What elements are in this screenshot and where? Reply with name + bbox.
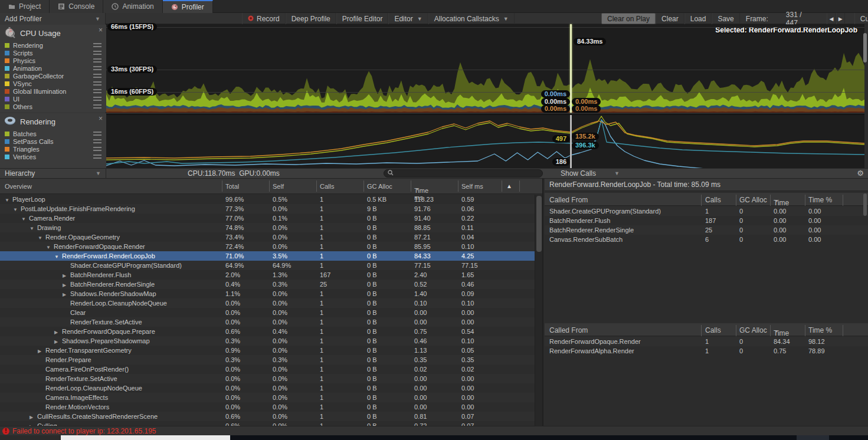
col-gc-alloc[interactable]: GC Alloc — [367, 183, 392, 190]
table-row[interactable]: ▶BatchRenderer.Flush2.0%1.3%1670 B2.401.… — [0, 270, 535, 280]
deep-profile-button[interactable]: Deep Profile — [286, 13, 336, 24]
col-total[interactable]: Total — [225, 183, 239, 190]
table-row[interactable]: Shader.CreateGPUProgram(Standard)64.9%64… — [0, 261, 535, 270]
table-row[interactable]: ▼Camera.Render77.0%0.1%10 B91.400.22 — [0, 214, 535, 223]
legend-item[interactable]: Triangles — [0, 145, 106, 153]
search-field[interactable] — [384, 169, 543, 178]
legend-item[interactable]: Scripts — [0, 49, 106, 57]
legend-item[interactable]: Batches — [0, 130, 106, 137]
table-row[interactable]: ▼PostLateUpdate.FinishFrameRendering77.3… — [0, 204, 535, 214]
table-row[interactable]: ▼Render.OpaqueGeometry73.4%0.0%10 B87.21… — [0, 232, 535, 242]
next-frame-button[interactable]: ▶ — [836, 13, 845, 24]
status-bar[interactable]: ! Failed to connect to player ip: 123.20… — [0, 426, 868, 435]
selected-frame-line[interactable] — [570, 24, 572, 113]
profile-editor-button[interactable]: Profile Editor — [336, 13, 389, 24]
table-row[interactable]: ▶Shadows.PrepareShadowmap0.3%0.0%10 B0.4… — [0, 336, 535, 346]
cpu-usage-chart[interactable]: Selected: RenderForward.RenderLoopJob — [106, 24, 864, 113]
drag-handle-icon[interactable] — [93, 43, 101, 47]
row-value: 84.33 — [414, 251, 431, 261]
table-row[interactable]: ▶CullResults.CreateSharedRendererScene0.… — [0, 412, 535, 421]
clear-button[interactable]: Clear — [656, 13, 684, 24]
table-row[interactable]: ▼PlayerLoop99.6%0.5%10.5 KB118.230.59 — [0, 195, 535, 204]
col-self-ms[interactable]: Self ms — [461, 183, 483, 190]
allocation-callstacks-dropdown[interactable]: Allocation Callstacks▼ — [428, 13, 515, 24]
col-overview[interactable]: Overview — [5, 183, 32, 190]
table-row[interactable]: ▶Shadows.RenderShadowMap1.1%0.0%10 B1.40… — [0, 289, 535, 298]
search-input[interactable] — [394, 169, 535, 178]
detail-scrollbar-thumb[interactable] — [863, 193, 867, 216]
table-row[interactable]: RenderLoop.CleanupNodeQueue0.0%0.0%10 B0… — [0, 383, 535, 393]
table-row[interactable]: Render.Prepare0.3%0.3%10 B0.350.35 — [0, 355, 535, 365]
table-row[interactable]: Render.MotionVectors0.0%0.0%10 B0.000.00 — [0, 402, 535, 412]
legend-item[interactable]: Animation — [0, 64, 106, 72]
drag-handle-icon[interactable] — [93, 97, 101, 101]
rendering-stats-chart[interactable] — [106, 114, 864, 168]
prev-frame-button[interactable]: ◀ — [827, 13, 836, 24]
col-self[interactable]: Self — [273, 183, 284, 190]
drag-handle-icon[interactable] — [93, 139, 101, 143]
legend-item[interactable]: Global Illumination — [0, 87, 106, 95]
drag-handle-icon[interactable] — [93, 74, 101, 78]
drag-handle-icon[interactable] — [93, 147, 101, 151]
drag-handle-icon[interactable] — [93, 155, 101, 159]
detail-row[interactable]: RenderForwardAlpha.Render100.7578.89 — [545, 346, 868, 356]
detail-row[interactable]: Shader.CreateGPUProgram(Standard)100.000… — [545, 206, 868, 216]
table-row[interactable]: ▼RenderForwardOpaque.Render72.4%0.0%10 B… — [0, 242, 535, 251]
clear-on-play-button[interactable]: Clear on Play — [601, 13, 656, 24]
detail-row[interactable]: BatchRenderer.RenderSingle2500.000.00 — [545, 225, 868, 235]
legend-item[interactable]: GarbageCollector — [0, 72, 106, 80]
hierarchy-mode-dropdown[interactable]: Hierarchy ▼ — [0, 168, 106, 179]
cpu-usage-module[interactable]: CPU Usage × RenderingScriptsPhysicsAnima… — [0, 25, 106, 112]
rendering-module[interactable]: Rendering × BatchesSetPass CallsTriangle… — [0, 113, 106, 168]
drag-handle-icon[interactable] — [93, 132, 101, 136]
table-row[interactable]: ▶BatchRenderer.RenderSingle0.4%0.3%250 B… — [0, 280, 535, 289]
table-row[interactable]: RenderTexture.SetActive0.0%0.0%10 B0.000… — [0, 374, 535, 383]
legend-item[interactable]: Vertices — [0, 153, 106, 160]
tab-console[interactable]: Console — [50, 0, 103, 13]
editor-dropdown[interactable]: Editor▼ — [388, 13, 428, 24]
detail-row[interactable]: BatchRenderer.Flush18700.000.00 — [545, 216, 868, 225]
table-scrollbar-thumb[interactable] — [536, 196, 542, 252]
drag-handle-icon[interactable] — [93, 66, 101, 70]
close-icon[interactable]: × — [99, 26, 103, 34]
warning-triangle-icon[interactable]: ▲ — [506, 183, 512, 189]
drag-handle-icon[interactable] — [93, 104, 101, 109]
current-frame-button[interactable]: Current — [854, 13, 868, 24]
legend-item[interactable]: UI — [0, 95, 106, 103]
table-row[interactable]: ▶Culling0.6%0.0%10 B0.720.07 — [0, 421, 535, 426]
tab-project[interactable]: Project — [0, 0, 50, 13]
tab-animation[interactable]: Animation — [103, 0, 162, 13]
table-row[interactable]: Camera.FireOnPostRender()0.0%0.0%10 B0.0… — [0, 365, 535, 374]
legend-item[interactable]: Physics — [0, 57, 106, 64]
load-button[interactable]: Load — [684, 13, 712, 24]
chart-scrollbar-thumb[interactable] — [863, 33, 867, 63]
table-row[interactable]: Camera.ImageEffects0.0%0.0%10 B0.000.00 — [0, 393, 535, 402]
table-row[interactable]: ▼Drawing74.8%0.0%10 B88.850.11 — [0, 223, 535, 232]
detail-row[interactable]: RenderForwardOpaque.Render1084.3498.12 — [545, 337, 868, 346]
legend-item[interactable]: Rendering — [0, 41, 106, 49]
drag-handle-icon[interactable] — [93, 51, 101, 55]
gear-icon[interactable]: ⚙ — [854, 168, 866, 179]
table-row[interactable]: ▼RenderForward.RenderLoopJob71.0%3.5%10 … — [0, 251, 535, 261]
legend-item[interactable]: VSync — [0, 80, 106, 87]
table-row[interactable]: ▶RenderForwardOpaque.Prepare0.6%0.4%10 B… — [0, 327, 535, 336]
tab-profiler[interactable]: Profiler — [163, 0, 213, 13]
show-calls-dropdown[interactable]: Show Calls ▼ — [557, 168, 623, 179]
table-scrollbar[interactable] — [535, 195, 542, 426]
legend-item[interactable]: SetPass Calls — [0, 137, 106, 145]
add-profiler-dropdown[interactable]: Add Profiler ▼ — [0, 13, 106, 24]
detail-row[interactable]: Canvas.RenderSubBatch600.000.00 — [545, 235, 868, 244]
selected-frame-line[interactable] — [570, 115, 572, 168]
table-row[interactable]: Clear0.0%0.0%10 B0.000.00 — [0, 308, 535, 317]
col-calls[interactable]: Calls — [320, 183, 334, 190]
table-row[interactable]: RenderLoop.CleanupNodeQueue0.0%0.0%10 B0… — [0, 298, 535, 308]
table-row[interactable]: ▶Render.TransparentGeometry0.9%0.0%10 B1… — [0, 346, 535, 355]
legend-item[interactable]: Others — [0, 103, 106, 110]
close-icon[interactable]: × — [99, 114, 103, 123]
table-row[interactable]: RenderTexture.SetActive0.0%0.0%10 B0.000… — [0, 317, 535, 327]
drag-handle-icon[interactable] — [93, 81, 101, 86]
save-button[interactable]: Save — [712, 13, 739, 24]
drag-handle-icon[interactable] — [93, 89, 101, 93]
record-button[interactable]: Record — [242, 13, 286, 24]
drag-handle-icon[interactable] — [93, 58, 101, 63]
